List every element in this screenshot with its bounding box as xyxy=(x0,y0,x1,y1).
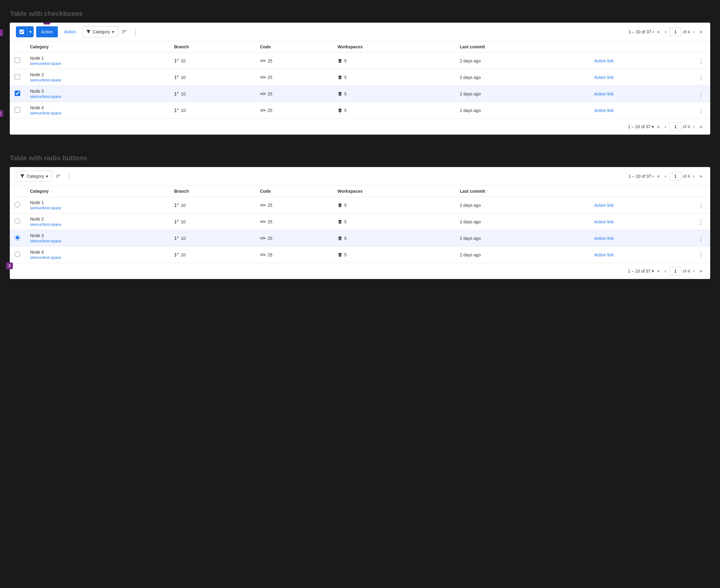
radio-action-link-3[interactable]: Action link xyxy=(594,236,614,241)
row-1-checkbox[interactable] xyxy=(15,58,20,63)
row-2-checkbox[interactable] xyxy=(15,74,20,80)
sort-button[interactable] xyxy=(121,28,128,36)
page-range-select[interactable]: 1 – 10 of 37 ▾ xyxy=(629,29,654,34)
bottom-range-chevron-icon: ▾ xyxy=(652,124,654,129)
action-link-3[interactable]: Action link xyxy=(594,91,614,97)
radio-last-commit-sort-icon[interactable]: ↕ xyxy=(487,190,488,193)
radio-row-more-cell-4[interactable]: ⋮ xyxy=(692,247,710,263)
row-4-more-button[interactable]: ⋮ xyxy=(697,107,705,114)
checkbox-cell-4[interactable] xyxy=(10,102,25,119)
radio-cell-2[interactable] xyxy=(10,213,25,230)
radio-node-path-4[interactable]: siemur/test-space xyxy=(30,255,164,260)
more-options-button[interactable]: ⋮ xyxy=(131,28,140,36)
radio-bottom-last-page-button[interactable]: » xyxy=(698,267,704,275)
select-all-check[interactable] xyxy=(16,27,27,37)
radio-last-page-button[interactable]: » xyxy=(698,172,704,180)
radio-sort-button[interactable] xyxy=(55,172,62,180)
radio-cell-3[interactable] xyxy=(10,230,25,247)
select-all-dropdown[interactable]: ▾ xyxy=(27,27,33,37)
radio-first-page-button[interactable]: « xyxy=(655,172,662,180)
radio-node-path-2[interactable]: siemur/test-space xyxy=(30,222,164,227)
checkbox-cell-2[interactable] xyxy=(10,69,25,86)
action-secondary-button[interactable]: Action xyxy=(60,26,80,37)
filter-category-button[interactable]: Category ▾ xyxy=(82,26,118,37)
row-radio-4[interactable] xyxy=(15,251,20,257)
radio-filter-category-button[interactable]: Category ▾ xyxy=(16,171,52,182)
last-commit-sort-icon[interactable]: ↕ xyxy=(487,45,488,49)
radio-node-path-1[interactable]: siemur/test-space xyxy=(30,206,164,210)
prev-page-button[interactable]: ‹ xyxy=(663,28,668,36)
row-more-cell-1[interactable]: ⋮ xyxy=(692,52,710,69)
radio-action-link-1[interactable]: Action link xyxy=(594,203,614,208)
radio-page-range-select[interactable]: 1 – 10 of 37 ▾ xyxy=(629,174,654,178)
row-more-cell-4[interactable]: ⋮ xyxy=(692,102,710,119)
radio-row-more-cell-2[interactable]: ⋮ xyxy=(692,213,710,230)
radio-workspaces-cell-2: 5 xyxy=(333,213,455,230)
bottom-page-number-input[interactable] xyxy=(669,122,681,131)
row-more-cell-3[interactable]: ⋮ xyxy=(692,86,710,102)
radio-bottom-page-number-input[interactable] xyxy=(669,267,681,275)
radio-row-2-more-button[interactable]: ⋮ xyxy=(697,218,705,226)
bottom-next-page-button[interactable]: › xyxy=(691,123,696,131)
action-link-cell-3[interactable]: Action link xyxy=(589,86,692,102)
action-link-2[interactable]: Action link xyxy=(594,75,614,80)
bottom-prev-page-button[interactable]: ‹ xyxy=(663,123,668,131)
bottom-last-page-button[interactable]: » xyxy=(698,123,704,131)
bottom-first-page-button[interactable]: « xyxy=(655,123,662,131)
category-sort-icon[interactable]: ↕ xyxy=(50,45,52,49)
action-link-cell-4[interactable]: Action link xyxy=(589,102,692,119)
workspaces-count-4: 5 xyxy=(344,108,347,113)
radio-node-path-3[interactable]: siemur/test-space xyxy=(30,239,164,243)
radio-action-link-cell-3[interactable]: Action link xyxy=(589,230,692,247)
node-path-2[interactable]: siemur/test-space xyxy=(30,78,164,82)
bottom-page-range-select[interactable]: 1 – 10 of 37 ▾ xyxy=(628,124,654,129)
code-count-4: 25 xyxy=(268,108,273,113)
row-4-checkbox[interactable] xyxy=(15,107,20,112)
radio-action-link-cell-1[interactable]: Action link xyxy=(589,197,692,213)
radio-bottom-page-range-select[interactable]: 1 – 10 of 37 ▾ xyxy=(628,269,654,273)
row-radio-2[interactable] xyxy=(15,218,20,224)
radio-category-sort-icon[interactable]: ↕ xyxy=(50,190,52,193)
radio-page-number-input[interactable] xyxy=(669,172,681,181)
radio-more-options-button[interactable]: ⋮ xyxy=(65,172,74,180)
row-2-more-button[interactable]: ⋮ xyxy=(697,74,705,81)
radio-prev-page-button[interactable]: ‹ xyxy=(663,172,668,180)
action-link-cell-2[interactable]: Action link xyxy=(589,69,692,86)
action-link-4[interactable]: Action link xyxy=(594,108,614,113)
action-primary-button[interactable]: Action xyxy=(36,26,58,37)
first-page-button[interactable]: « xyxy=(655,28,662,36)
row-radio-3[interactable] xyxy=(15,235,20,240)
radio-action-link-cell-2[interactable]: Action link xyxy=(589,213,692,230)
radio-bottom-next-page-button[interactable]: › xyxy=(691,267,696,275)
radio-action-link-4[interactable]: Action link xyxy=(594,252,614,257)
row-1-more-button[interactable]: ⋮ xyxy=(697,57,705,65)
row-more-cell-2[interactable]: ⋮ xyxy=(692,69,710,86)
last-page-button[interactable]: » xyxy=(698,28,704,36)
row-3-checkbox[interactable] xyxy=(15,90,20,96)
page-number-input[interactable] xyxy=(669,27,681,36)
action-link-1[interactable]: Action link xyxy=(594,59,614,63)
radio-cell-1[interactable] xyxy=(10,197,25,213)
radio-action-link-cell-4[interactable]: Action link xyxy=(589,247,692,263)
radio-action-link-2[interactable]: Action link xyxy=(594,219,614,224)
node-path-4[interactable]: siemur/test-space xyxy=(30,111,164,115)
select-all-button[interactable]: ▾ xyxy=(16,26,34,37)
checkbox-cell-3[interactable] xyxy=(10,86,25,102)
node-path-1[interactable]: siemur/test-space xyxy=(30,61,164,66)
action-link-cell-1[interactable]: Action link xyxy=(589,52,692,69)
radio-bottom-prev-page-button[interactable]: ‹ xyxy=(663,267,668,275)
radio-cell-4[interactable] xyxy=(10,247,25,263)
radio-row-more-cell-3[interactable]: ⋮ xyxy=(692,230,710,247)
row-3-more-button[interactable]: ⋮ xyxy=(697,90,705,98)
next-page-button[interactable]: › xyxy=(691,28,696,36)
radio-next-page-button[interactable]: › xyxy=(691,172,696,180)
row-radio-1[interactable] xyxy=(15,202,20,207)
radio-row-4-more-button[interactable]: ⋮ xyxy=(697,251,705,258)
node-path-3[interactable]: siemur/test-space xyxy=(30,94,164,99)
radio-code-cell-4: </> 25 xyxy=(255,247,333,263)
radio-bottom-first-page-button[interactable]: « xyxy=(655,267,662,275)
radio-row-more-cell-1[interactable]: ⋮ xyxy=(692,197,710,213)
checkbox-cell-1[interactable] xyxy=(10,52,25,69)
radio-row-1-more-button[interactable]: ⋮ xyxy=(697,202,705,209)
radio-row-3-more-button[interactable]: ⋮ xyxy=(697,235,705,242)
